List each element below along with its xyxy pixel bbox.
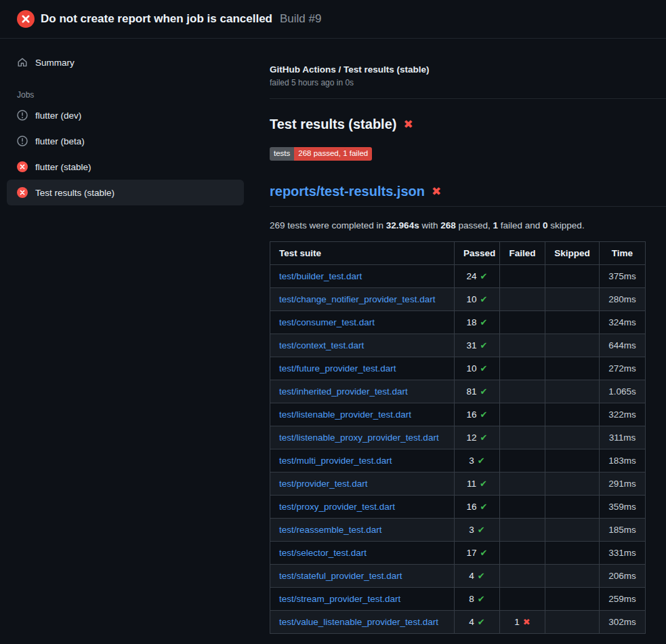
failed-cell bbox=[500, 334, 545, 357]
cancelled-circle-icon bbox=[17, 110, 28, 121]
test-suite-cell: test/change_notifier_provider_test.dart bbox=[270, 287, 455, 310]
check-icon: ✔ bbox=[480, 340, 488, 350]
skipped-cell bbox=[545, 357, 600, 380]
section-heading: Test results (stable) ✖ bbox=[270, 117, 666, 132]
test-suite-link[interactable]: test/listenable_proxy_provider_test.dart bbox=[279, 432, 439, 443]
check-icon: ✔ bbox=[478, 594, 485, 604]
skipped-cell bbox=[545, 380, 600, 403]
test-suite-cell: test/future_provider_test.dart bbox=[270, 357, 455, 380]
test-suite-cell: test/inherited_provider_test.dart bbox=[270, 380, 455, 403]
skipped-cell bbox=[545, 264, 600, 287]
test-suite-link[interactable]: test/multi_provider_test.dart bbox=[279, 456, 392, 466]
report-file-link[interactable]: reports/test-results.json bbox=[270, 184, 425, 199]
table-row: test/proxy_provider_test.dart 16✔ 359ms bbox=[270, 495, 646, 518]
sidebar-item-label: flutter (stable) bbox=[35, 162, 91, 172]
test-suite-cell: test/provider_test.dart bbox=[270, 472, 455, 495]
test-suite-link[interactable]: test/stateful_provider_test.dart bbox=[279, 571, 402, 581]
test-suite-link[interactable]: test/selector_test.dart bbox=[279, 548, 367, 558]
test-suite-link[interactable]: test/change_notifier_provider_test.dart bbox=[279, 294, 435, 304]
table-row: test/listenable_proxy_provider_test.dart… bbox=[270, 426, 646, 449]
time-cell: 644ms bbox=[600, 334, 646, 357]
skipped-cell bbox=[545, 564, 600, 587]
jobs-section-label: Jobs bbox=[7, 90, 244, 100]
test-suite-link[interactable]: test/proxy_provider_test.dart bbox=[279, 502, 395, 512]
table-row: test/future_provider_test.dart 10✔ 272ms bbox=[270, 357, 646, 380]
time-cell: 206ms bbox=[600, 564, 646, 587]
test-summary-text: 269 tests were completed in 32.964s with… bbox=[270, 220, 666, 230]
passed-cell: 81✔ bbox=[455, 380, 500, 403]
test-suite-link[interactable]: test/stream_provider_test.dart bbox=[279, 594, 400, 604]
test-suite-link[interactable]: test/value_listenable_provider_test.dart bbox=[279, 617, 438, 627]
table-row: test/value_listenable_provider_test.dart… bbox=[270, 610, 646, 633]
skipped-cell bbox=[545, 426, 600, 449]
time-cell: 359ms bbox=[600, 495, 646, 518]
failed-cell bbox=[500, 472, 545, 495]
time-cell: 272ms bbox=[600, 357, 646, 380]
column-header-time: Time bbox=[600, 241, 646, 264]
test-suite-cell: test/value_listenable_provider_test.dart bbox=[270, 610, 455, 633]
check-icon: ✔ bbox=[478, 525, 485, 535]
test-suite-cell: test/context_test.dart bbox=[270, 334, 455, 357]
failed-cell bbox=[500, 541, 545, 564]
test-suite-link[interactable]: test/inherited_provider_test.dart bbox=[279, 386, 408, 397]
test-suite-link[interactable]: test/consumer_test.dart bbox=[279, 317, 375, 327]
time-cell: 322ms bbox=[600, 403, 646, 426]
test-suite-link[interactable]: test/listenable_provider_test.dart bbox=[279, 409, 411, 420]
time-cell: 324ms bbox=[600, 310, 646, 334]
skipped-cell bbox=[545, 403, 600, 426]
failed-cell bbox=[500, 518, 545, 541]
breadcrumb: GitHub Actions / Test results (stable) bbox=[270, 64, 666, 75]
table-row: test/reassemble_test.dart 3✔ 185ms bbox=[270, 518, 646, 541]
time-cell: 302ms bbox=[600, 610, 646, 633]
failed-cell bbox=[500, 287, 545, 310]
skipped-cell bbox=[545, 287, 600, 310]
failed-cell bbox=[500, 587, 545, 610]
failed-cell bbox=[500, 310, 545, 334]
check-icon: ✔ bbox=[478, 571, 485, 581]
status-line: failed 5 hours ago in 0s bbox=[270, 78, 666, 87]
test-suite-cell: test/listenable_provider_test.dart bbox=[270, 403, 455, 426]
check-icon: ✔ bbox=[480, 432, 488, 443]
skipped-cell bbox=[545, 541, 600, 564]
column-header-test-suite: Test suite bbox=[270, 241, 455, 264]
check-icon: ✔ bbox=[480, 479, 487, 489]
table-header-row: Test suite Passed Failed Skipped Time bbox=[270, 241, 646, 264]
sidebar-item-flutter-dev[interactable]: flutter (dev) bbox=[7, 102, 244, 128]
sidebar-item-summary[interactable]: Summary bbox=[7, 49, 244, 75]
table-row: test/stateful_provider_test.dart 4✔ 206m… bbox=[270, 564, 646, 587]
failed-cell bbox=[500, 380, 545, 403]
passed-cell: 4✔ bbox=[455, 564, 500, 587]
test-suite-link[interactable]: test/builder_test.dart bbox=[279, 271, 362, 281]
skipped-cell bbox=[545, 334, 600, 357]
failed-cell bbox=[500, 426, 545, 449]
time-cell: 331ms bbox=[600, 541, 646, 564]
failed-cell: 1✖ bbox=[500, 610, 545, 633]
check-icon: ✔ bbox=[480, 294, 488, 304]
table-row: test/selector_test.dart 17✔ 331ms bbox=[270, 541, 646, 564]
time-cell: 1.065s bbox=[600, 380, 646, 403]
sidebar-item-flutter-stable[interactable]: flutter (stable) bbox=[7, 154, 244, 180]
divider bbox=[270, 98, 666, 99]
time-cell: 185ms bbox=[600, 518, 646, 541]
test-suite-link[interactable]: test/provider_test.dart bbox=[279, 479, 368, 489]
sidebar-item-test-results-stable[interactable]: Test results (stable) bbox=[7, 180, 244, 205]
check-icon: ✔ bbox=[480, 548, 488, 558]
sidebar-item-flutter-beta[interactable]: flutter (beta) bbox=[7, 128, 244, 154]
failed-x-icon: ✖ bbox=[432, 186, 441, 197]
skipped-cell bbox=[545, 472, 600, 495]
table-row: test/change_notifier_provider_test.dart … bbox=[270, 287, 646, 310]
check-icon: ✔ bbox=[480, 363, 488, 374]
test-suite-link[interactable]: test/future_provider_test.dart bbox=[279, 363, 396, 374]
passed-cell: 3✔ bbox=[455, 518, 500, 541]
test-suite-link[interactable]: test/context_test.dart bbox=[279, 340, 364, 350]
skipped-cell bbox=[545, 449, 600, 472]
skipped-cell bbox=[545, 610, 600, 633]
failed-cell bbox=[500, 449, 545, 472]
test-suite-link[interactable]: test/reassemble_test.dart bbox=[279, 525, 382, 535]
failed-x-icon: ✖ bbox=[403, 119, 413, 130]
build-header: Do not create report when job is cancell… bbox=[0, 0, 666, 39]
passed-cell: 24✔ bbox=[455, 264, 500, 287]
failed-cell bbox=[500, 357, 545, 380]
skipped-cell bbox=[545, 495, 600, 518]
sidebar-item-label: flutter (dev) bbox=[35, 110, 81, 121]
